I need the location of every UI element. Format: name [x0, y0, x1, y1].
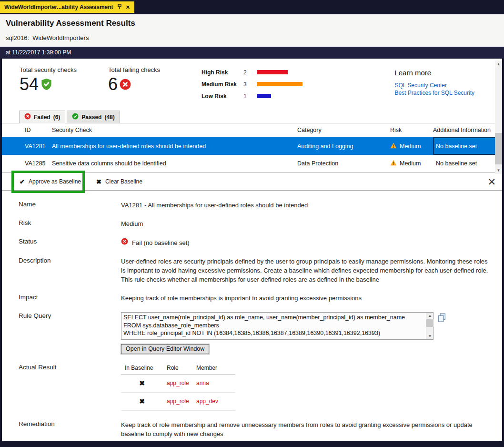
risk-level-text: Medium [400, 160, 421, 167]
name-label: Name [19, 201, 121, 210]
detail-row-rule-query: Rule Query SELECT user_name(role_princip… [19, 312, 502, 354]
query-scrollbar-thumb[interactable] [426, 319, 433, 327]
document-tab[interactable]: WideWorldImporter...ability Assessment ✕ [0, 1, 134, 13]
detail-row-remediation: Remediation Keep track of role membershi… [19, 420, 502, 438]
grid-row-va1285[interactable]: VA1285 Sensitive data columns should be … [2, 155, 502, 173]
warning-triangle-icon [390, 142, 397, 150]
medium-risk-row: Medium Risk 3 [202, 78, 302, 90]
tab-passed-label: Passed [81, 114, 101, 121]
open-in-query-editor-button[interactable]: Open in Query Editor Window [121, 344, 209, 354]
query-scroll-up-button[interactable]: ▲ [426, 313, 433, 319]
description-value: User-defined roles are security principa… [121, 257, 489, 284]
status-label: Status [19, 238, 121, 247]
query-line: FROM sys.database_role_members [123, 322, 423, 330]
result-row: ✖ app_role anna [121, 375, 235, 393]
cell-additional-info: No baseline set [433, 155, 496, 172]
name-value: VA1281 - All memberships for user-define… [121, 201, 308, 210]
results-header: Vulnerability Assessment Results sql2016… [0, 14, 504, 47]
risk-value: Medium [121, 219, 143, 228]
column-header-category[interactable]: Category [297, 127, 390, 133]
result-role: app_role [163, 398, 192, 405]
tab-failed-count: (6) [53, 114, 60, 121]
cell-risk: Medium [390, 160, 433, 167]
approve-as-baseline-button[interactable]: ✔ Approve as Baseline [20, 178, 81, 185]
page-title: Vulnerability Assessment Results [6, 19, 498, 28]
link-best-practices[interactable]: Best Practices for SQL Security [394, 89, 474, 97]
tab-passed[interactable]: Passed (48) [67, 111, 120, 123]
medium-risk-bar [257, 82, 302, 86]
not-in-baseline-icon: ✖ [139, 379, 145, 387]
col-role: Role [163, 365, 192, 371]
impact-label: Impact [19, 294, 121, 303]
cell-id: VA1281 [19, 143, 52, 150]
scrollbar-down-button[interactable]: ▼ [495, 167, 502, 174]
cell-security-check: All memberships for user-defined roles s… [52, 143, 297, 150]
tab-passed-count: (48) [104, 114, 114, 121]
query-vertical-scrollbar[interactable]: ▲ ▼ [426, 313, 433, 339]
detail-row-name: Name VA1281 - All memberships for user-d… [19, 201, 502, 210]
column-header-security-check[interactable]: Security Check [52, 127, 297, 133]
results-pane: Total security checks 54 Total failing c… [2, 59, 502, 441]
rule-query-box[interactable]: SELECT user_name(role_principal_id) as r… [121, 312, 433, 340]
tab-close-icon[interactable]: ✕ [126, 4, 130, 10]
cell-category: Auditing and Logging [297, 143, 390, 150]
clear-baseline-button[interactable]: ✖ Clear Baseline [96, 178, 142, 185]
vulnerability-assessment-window: WideWorldImporter...ability Assessment ✕… [0, 0, 504, 447]
not-in-baseline-icon: ✖ [139, 397, 145, 405]
detail-row-impact: Impact Keeping track of role memberships… [19, 294, 502, 303]
rule-query-label: Rule Query [19, 312, 121, 354]
failing-checks-label: Total failing checks [108, 66, 197, 73]
column-header-id[interactable]: ID [19, 127, 52, 133]
low-risk-bar [257, 94, 271, 98]
server-database-line: sql2016:WideWorldImporters [6, 34, 498, 42]
result-member: app_dev [192, 398, 235, 405]
baseline-toolbar: ✔ Approve as Baseline ✖ Clear Baseline ✕ [2, 173, 502, 191]
col-member: Member [192, 365, 235, 371]
high-risk-row: High Risk 2 [202, 66, 302, 78]
description-label: Description [19, 257, 121, 284]
query-line: SELECT user_name(role_principal_id) as r… [123, 314, 423, 322]
scan-timestamp: at 11/22/2017 1:39:00 PM [0, 47, 504, 59]
medium-risk-label: Medium Risk [202, 81, 243, 88]
failing-checks-value: 6 [108, 76, 118, 93]
result-row: ✖ app_role app_dev [121, 393, 235, 411]
status-value: Fail (no baseline set) [132, 238, 190, 247]
document-tab-bar: WideWorldImporter...ability Assessment ✕ [0, 0, 504, 14]
high-risk-bar [257, 70, 288, 74]
actual-result-table: In Baseline Role Member ✖ app_role anna … [121, 365, 235, 411]
column-header-risk[interactable]: Risk [390, 127, 433, 133]
total-checks-metric: Total security checks 54 [20, 66, 108, 110]
close-details-icon[interactable]: ✕ [487, 177, 496, 187]
cell-risk: Medium [390, 142, 433, 150]
query-line: WHERE role_principal_id NOT IN (16384,16… [123, 329, 423, 337]
vertical-scrollbar[interactable]: ▲ ▼ [495, 61, 502, 174]
cell-category: Data Protection [297, 160, 390, 167]
link-sql-security-center[interactable]: SQL Security Center [394, 81, 474, 89]
detail-row-status: Status Fail (no baseline set) [19, 238, 502, 247]
query-scroll-down-button[interactable]: ▼ [426, 333, 433, 339]
document-tab-title: WideWorldImporter...ability Assessment [4, 4, 113, 10]
low-risk-row: Low Risk 1 [202, 90, 302, 102]
tab-failed[interactable]: Failed (6) [19, 111, 65, 123]
fail-circle-icon [119, 78, 131, 92]
result-tabstrip: Failed (6) Passed (48) [2, 110, 502, 123]
column-header-additional-info[interactable]: Additional Information [433, 127, 496, 133]
detail-row-risk: Risk Medium [19, 219, 502, 228]
pin-icon[interactable] [117, 4, 122, 11]
copy-query-icon[interactable] [438, 313, 446, 324]
risk-level-text: Medium [400, 143, 421, 150]
cross-icon: ✖ [96, 178, 101, 185]
total-checks-label: Total security checks [20, 66, 108, 73]
remediation-label: Remediation [19, 420, 121, 438]
status-fail-icon [121, 238, 128, 247]
scrollbar-up-button[interactable]: ▲ [495, 61, 502, 68]
scrollbar-thumb[interactable] [495, 133, 502, 164]
grid-row-va1281[interactable]: VA1281 All memberships for user-defined … [2, 137, 502, 155]
result-table-header: In Baseline Role Member [121, 365, 235, 375]
passed-icon [72, 113, 79, 121]
cell-additional-info-focused[interactable]: No baseline set [433, 137, 496, 155]
shield-check-icon [40, 78, 53, 92]
impact-value: Keeping track of role memberships is imp… [121, 294, 362, 303]
grid-header-row: ID Security Check Category Risk Addition… [2, 123, 502, 137]
risk-label: Risk [19, 219, 121, 228]
